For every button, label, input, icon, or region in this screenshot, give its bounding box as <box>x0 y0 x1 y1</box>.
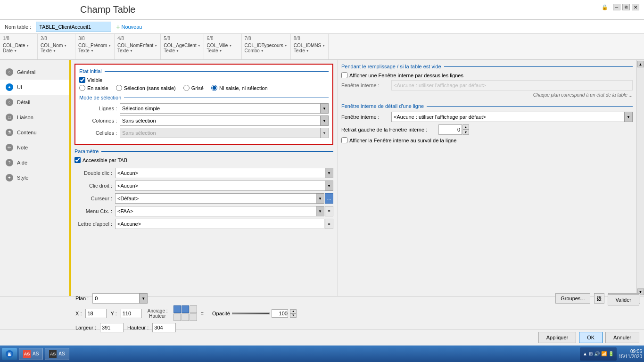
ni-saisie-radio[interactable] <box>211 85 217 91</box>
opacite-slider[interactable] <box>232 313 270 314</box>
taskbar-app-0[interactable]: AS AS <box>19 348 43 360</box>
retrait-input[interactable] <box>438 124 462 135</box>
accessible-checkbox[interactable] <box>74 157 81 163</box>
colonnes-select-wrap: Sans sélection ▼ <box>120 115 329 126</box>
col-tab-0[interactable]: 1/8 COL_Date ▼ Date ▼ <box>0 34 38 60</box>
lettre-appel-display[interactable]: <Aucune> <box>115 219 324 229</box>
visible-row: Visible <box>79 77 329 83</box>
tray-icon-2: ⊞ <box>589 351 593 356</box>
restore-button[interactable]: ⧉ <box>622 4 630 10</box>
curseur-arrow[interactable]: ▼ <box>316 193 324 204</box>
col-name-1: COL_Nom ▼ <box>41 43 67 48</box>
col-name-5: COL_Ville ▼ <box>207 43 232 48</box>
ok-button[interactable]: OK <box>579 332 603 343</box>
lignes-select-display[interactable]: Sélection simple <box>120 103 321 114</box>
dimensions-row: Largeur : Hauteur : <box>75 323 640 332</box>
ancrage-cell-tr[interactable] <box>190 305 197 313</box>
ancrage-equal-btn[interactable]: = <box>201 311 204 316</box>
col-tab-1[interactable]: 2/8 COL_Nom ▼ Texte ▼ <box>38 34 75 60</box>
appliquer-button[interactable]: Appliquer <box>538 332 576 343</box>
en-saisie-radio[interactable] <box>79 85 85 91</box>
ancrage-cell-br[interactable] <box>190 313 197 321</box>
sidebar-label-aide: Aide <box>17 160 27 165</box>
grise-radio[interactable] <box>183 85 190 91</box>
accessible-row: Accessible par TAB <box>74 157 333 163</box>
menu-ctx-arrow[interactable]: ▼ <box>316 206 324 216</box>
groupes-button[interactable]: Groupes... <box>555 293 590 304</box>
col-tab-6[interactable]: 7/8 COL_IDTypecours ▼ Combo ▼ <box>242 34 291 60</box>
x-input[interactable] <box>85 309 107 318</box>
sidebar-label-note: Note <box>17 145 28 150</box>
scroll-up-btn[interactable]: ▲ <box>637 61 644 67</box>
start-button[interactable]: ⊞ <box>2 348 17 360</box>
col-tab-7[interactable]: 8/8 COL_IDMNS ▼ Texte ▼ <box>291 34 329 60</box>
nom-table-input[interactable] <box>36 22 111 32</box>
plan-display[interactable]: 0 <box>92 293 140 304</box>
sidebar-item-ui[interactable]: ● UI <box>0 80 69 95</box>
col-tab-2[interactable]: 3/8 COL_Prénom ▼ Texte ▼ <box>75 34 115 60</box>
fenetre-interne-detail-display[interactable]: <Aucune : utiliser l'affichage par défau… <box>391 112 625 122</box>
clic-droit-display[interactable]: <Aucun> <box>115 181 325 191</box>
image-icon-btn[interactable]: 🖼 <box>594 293 604 304</box>
sidebar-item-general[interactable]: ○ Général <box>0 65 69 80</box>
sidebar-item-note[interactable]: ✏ Note <box>0 140 69 155</box>
taskbar-app2-label: AS <box>58 351 65 356</box>
tray-icon-3: 🔊 <box>594 351 600 356</box>
retrait-up[interactable]: ▲ <box>462 124 469 130</box>
radio-ni-saisie: Ni saisie, ni sélection <box>211 85 268 91</box>
opacite-input[interactable] <box>272 309 288 318</box>
menu-ctx-display[interactable]: <FAA> <box>115 206 316 216</box>
ancrage-cell-tl[interactable] <box>173 305 181 313</box>
visible-checkbox[interactable] <box>79 77 85 83</box>
hauteur-input[interactable] <box>152 323 176 332</box>
note-icon: ✏ <box>6 144 13 151</box>
lignes-select-arrow[interactable]: ▼ <box>320 103 329 114</box>
lettre-appel-list-btn[interactable]: ≡ <box>325 219 333 229</box>
double-clic-display[interactable]: <Aucun> <box>115 168 325 178</box>
sidebar-item-contenu[interactable]: ⚗ Contenu <box>0 125 69 140</box>
fenetre-interne-detail-wrap: <Aucune : utiliser l'affichage par défau… <box>391 112 633 122</box>
nouveau-button[interactable]: Nouveau <box>116 23 142 31</box>
ancrage-cell-tc[interactable] <box>182 305 189 313</box>
sidebar-item-style[interactable]: ✦ Style <box>0 170 69 185</box>
cellules-label: Cellules : <box>79 130 117 136</box>
opacite-up[interactable]: ▲ <box>290 309 297 313</box>
ancrage-cell-bl[interactable] <box>173 313 181 321</box>
sidebar-item-aide[interactable]: ? Aide <box>0 155 69 170</box>
colonnes-select-arrow[interactable]: ▼ <box>320 115 329 126</box>
plan-arrow[interactable]: ▼ <box>139 293 148 304</box>
col-name-3: COL_NomEnfant ▼ <box>117 43 157 48</box>
retrait-down[interactable]: ▼ <box>462 130 469 135</box>
fenetre-interne-detail-arrow[interactable]: ▼ <box>624 112 633 122</box>
taskbar-app-1[interactable]: AS AS <box>45 348 69 360</box>
opacite-down[interactable]: ▼ <box>290 313 297 318</box>
valider-button[interactable]: Valider <box>608 294 639 305</box>
sidebar-item-detail[interactable]: ○ Détail <box>0 95 69 110</box>
sidebar-item-liaison[interactable]: □ Liaison <box>0 110 69 125</box>
colonnes-select-display[interactable]: Sans sélection <box>120 115 321 126</box>
minimize-button[interactable]: ─ <box>613 4 620 10</box>
double-clic-arrow[interactable]: ▼ <box>325 168 333 178</box>
ni-saisie-label: Ni saisie, ni sélection <box>219 85 268 91</box>
close-button[interactable]: ✕ <box>632 4 639 10</box>
taskbar: ⊞ AS AS AS AS ▲ ⊞ 🔊 📶 🔋 09:06 15/11/2020 <box>0 346 644 362</box>
ancrage-cell-bc[interactable] <box>182 313 189 321</box>
selection-radio[interactable] <box>116 85 122 91</box>
curseur-display[interactable]: <Défaut> <box>115 193 316 204</box>
largeur-input[interactable] <box>100 323 124 332</box>
afficher-checkbox[interactable] <box>341 72 347 78</box>
y-input[interactable] <box>121 309 142 318</box>
curseur-extra-btn[interactable]: … <box>325 193 333 204</box>
col-fraction-0: 1/8 <box>3 36 9 41</box>
afficher-survol-checkbox[interactable] <box>341 137 347 143</box>
annuler-button[interactable]: Annuler <box>605 332 639 343</box>
col-tab-3[interactable]: 4/8 COL_NomEnfant ▼ Texte ▼ <box>115 34 161 60</box>
detail-icon: ○ <box>6 99 13 106</box>
cellules-row: Cellules : Sans sélection ▼ <box>79 128 329 138</box>
clock: 09:06 15/11/2020 <box>619 349 642 359</box>
col-tab-5[interactable]: 6/8 COL_Ville ▼ Texte ▼ <box>204 34 242 60</box>
col-tab-4[interactable]: 5/8 COL_AgeClient ▼ Texte ▼ <box>161 34 204 60</box>
menu-ctx-list-btn[interactable]: ≡ <box>325 206 333 216</box>
column-tabs-strip: 1/8 COL_Date ▼ Date ▼ 2/8 COL_Nom ▼ Text… <box>0 34 644 60</box>
clic-droit-arrow[interactable]: ▼ <box>325 181 333 191</box>
